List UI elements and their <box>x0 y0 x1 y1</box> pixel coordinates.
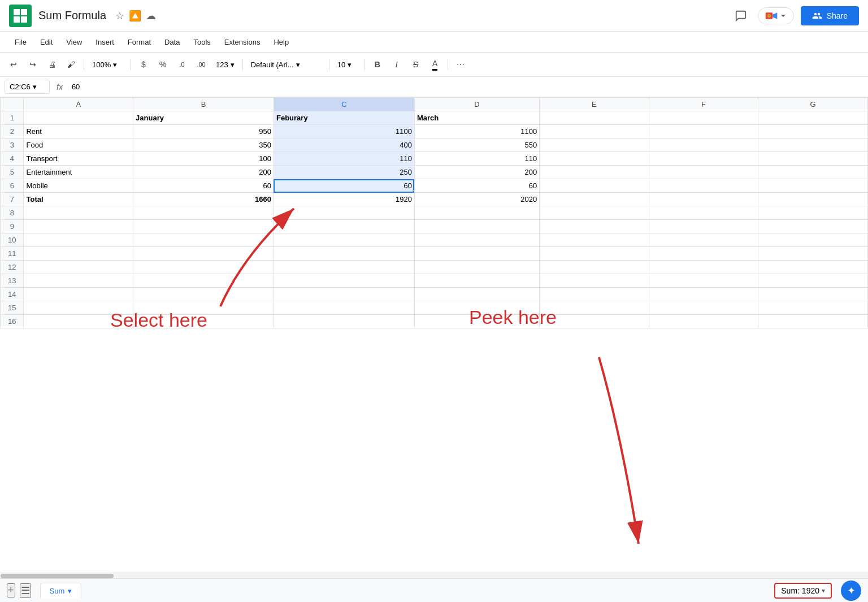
font-color-button[interactable]: A <box>426 55 444 73</box>
cell-F3[interactable] <box>649 138 758 152</box>
cell-C3[interactable]: 400 <box>274 138 414 152</box>
cell-D5[interactable]: 200 <box>414 166 539 179</box>
cell-E7[interactable] <box>540 193 649 206</box>
cell-E1[interactable] <box>540 111 649 125</box>
add-sheet-button[interactable]: + <box>7 583 15 597</box>
cell-G4[interactable] <box>758 152 868 166</box>
cell-D1[interactable]: March <box>414 111 539 125</box>
cell-B2[interactable]: 950 <box>133 125 274 138</box>
cell-C6[interactable]: 60 <box>274 179 414 193</box>
cell-C2[interactable]: 1100 <box>274 125 414 138</box>
share-button[interactable]: Share <box>801 6 859 25</box>
zoom-dropdown[interactable]: 100% ▾ <box>88 58 127 71</box>
paint-format-button[interactable]: 🖌 <box>62 55 80 73</box>
menu-view[interactable]: View <box>60 36 88 49</box>
sheet-tab-sum[interactable]: Sum ▾ <box>40 583 82 599</box>
cell-A3[interactable]: Food <box>24 138 133 152</box>
cell-G1[interactable] <box>758 111 868 125</box>
strikethrough-button[interactable]: S <box>407 55 425 73</box>
currency-button[interactable]: $ <box>134 55 153 73</box>
add-to-drive-icon[interactable]: 🔼 <box>129 10 141 22</box>
sheet-menu-button[interactable]: ☰ <box>20 583 31 598</box>
cell-G6[interactable] <box>758 179 868 193</box>
menu-tools[interactable]: Tools <box>188 36 216 49</box>
cell-A5[interactable]: Entertainment <box>24 166 133 179</box>
cell-E5[interactable] <box>540 166 649 179</box>
meet-button[interactable] <box>758 7 794 24</box>
percent-button[interactable]: % <box>154 55 172 73</box>
toolbar-divider-4 <box>329 59 329 70</box>
undo-button[interactable]: ↩ <box>5 55 23 73</box>
menu-help[interactable]: Help <box>268 36 294 49</box>
cell-E6[interactable] <box>540 179 649 193</box>
cell-F6[interactable] <box>649 179 758 193</box>
cell-G7[interactable] <box>758 193 868 206</box>
col-header-G[interactable]: G <box>758 98 868 111</box>
italic-button[interactable]: I <box>388 55 406 73</box>
explore-button[interactable]: ✦ <box>841 581 861 601</box>
menu-insert[interactable]: Insert <box>90 36 120 49</box>
fontsize-dropdown[interactable]: 10 ▾ <box>333 58 361 71</box>
format-dropdown[interactable]: 123 ▾ <box>211 58 239 71</box>
scrollbar-thumb[interactable] <box>1 574 114 578</box>
bold-button[interactable]: B <box>368 55 387 73</box>
cell-D6[interactable]: 60 <box>414 179 539 193</box>
cell-D3[interactable]: 550 <box>414 138 539 152</box>
cell-E2[interactable] <box>540 125 649 138</box>
menu-format[interactable]: Format <box>122 36 157 49</box>
col-header-A[interactable]: A <box>24 98 133 111</box>
cell-A7[interactable]: Total <box>24 193 133 206</box>
cell-C7[interactable]: 1920 <box>274 193 414 206</box>
cell-F4[interactable] <box>649 152 758 166</box>
cell-F5[interactable] <box>649 166 758 179</box>
increase-decimal-button[interactable]: .00 <box>192 55 210 73</box>
cell-D2[interactable]: 1100 <box>414 125 539 138</box>
cell-B4[interactable]: 100 <box>133 152 274 166</box>
cell-D4[interactable]: 110 <box>414 152 539 166</box>
cell-B3[interactable]: 350 <box>133 138 274 152</box>
cell-G2[interactable] <box>758 125 868 138</box>
cell-B7[interactable]: 1660 <box>133 193 274 206</box>
cell-G5[interactable] <box>758 166 868 179</box>
col-header-E[interactable]: E <box>540 98 649 111</box>
cell-B6[interactable]: 60 <box>133 179 274 193</box>
cell-E3[interactable] <box>540 138 649 152</box>
cell-A4[interactable]: Transport <box>24 152 133 166</box>
more-button[interactable]: ⋯ <box>452 55 470 73</box>
cell-A1[interactable] <box>24 111 133 125</box>
cloud-save-icon[interactable]: ☁ <box>146 10 156 22</box>
sum-dropdown[interactable]: ▾ <box>822 587 825 595</box>
cell-F2[interactable] <box>649 125 758 138</box>
cell-B1[interactable]: January <box>133 111 274 125</box>
cell-D7[interactable]: 2020 <box>414 193 539 206</box>
cell-reference[interactable]: C2:C6 ▾ <box>5 80 50 94</box>
decrease-decimal-button[interactable]: .0 <box>173 55 191 73</box>
cell-C4[interactable]: 110 <box>274 152 414 166</box>
col-header-C[interactable]: C <box>274 98 414 111</box>
col-header-D[interactable]: D <box>414 98 539 111</box>
menu-edit[interactable]: Edit <box>34 36 58 49</box>
menu-data[interactable]: Data <box>159 36 185 49</box>
font-dropdown[interactable]: Default (Ari... ▾ <box>246 58 326 71</box>
cell-F1[interactable] <box>649 111 758 125</box>
star-icon[interactable]: ☆ <box>115 10 124 22</box>
cell-B5[interactable]: 200 <box>133 166 274 179</box>
cell-G3[interactable] <box>758 138 868 152</box>
menu-file[interactable]: File <box>9 36 32 49</box>
sheet-tab-dropdown[interactable]: ▾ <box>68 587 72 595</box>
horizontal-scrollbar[interactable] <box>0 573 868 578</box>
redo-button[interactable]: ↪ <box>24 55 42 73</box>
menu-extensions[interactable]: Extensions <box>219 36 266 49</box>
cell-C1[interactable]: Feburary <box>274 111 414 125</box>
cell-E4[interactable] <box>540 152 649 166</box>
cell-ref-dropdown[interactable]: ▾ <box>33 83 37 91</box>
cell-A2[interactable]: Rent <box>24 125 133 138</box>
cell-A6[interactable]: Mobile <box>24 179 133 193</box>
formula-input[interactable]: 60 <box>70 80 863 93</box>
cell-C5[interactable]: 250 <box>274 166 414 179</box>
cell-F7[interactable] <box>649 193 758 206</box>
col-header-F[interactable]: F <box>649 98 758 111</box>
print-button[interactable]: 🖨 <box>43 55 61 73</box>
comments-button[interactable] <box>731 6 751 26</box>
col-header-B[interactable]: B <box>133 98 274 111</box>
